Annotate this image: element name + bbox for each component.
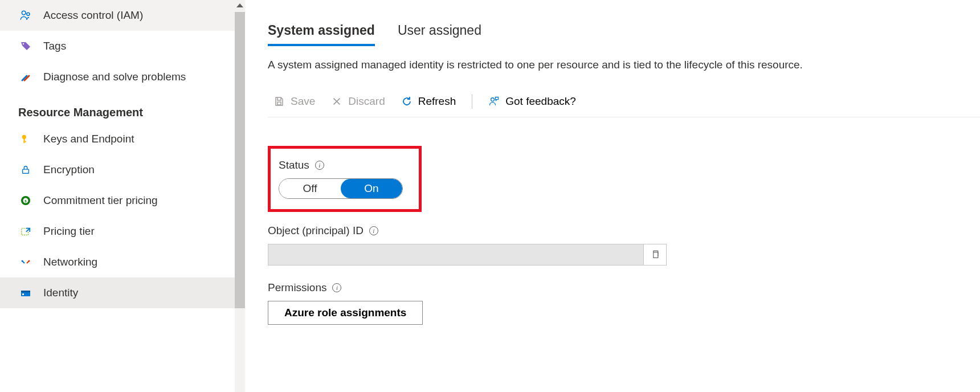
- feedback-icon: [488, 96, 500, 107]
- scroll-thumb[interactable]: [235, 12, 245, 308]
- sidebar-item-label: Encryption: [43, 164, 95, 176]
- identity-description: A system assigned managed identity is re…: [268, 59, 980, 71]
- identity-tabs: System assigned User assigned: [268, 23, 980, 46]
- status-label-row: Status i: [279, 159, 403, 172]
- svg-rect-4: [23, 138, 24, 143]
- feedback-button[interactable]: Got feedback?: [488, 95, 576, 108]
- tab-system-assigned[interactable]: System assigned: [268, 23, 375, 46]
- status-label: Status: [279, 159, 309, 172]
- sidebar-item-label: Tags: [43, 40, 66, 52]
- svg-rect-10: [22, 228, 28, 235]
- sidebar-item-label: Commitment tier pricing: [43, 194, 158, 207]
- sidebar-item-keys-endpoint[interactable]: Keys and Endpoint: [0, 124, 235, 154]
- sidebar-item-label: Networking: [43, 256, 97, 268]
- refresh-icon: [401, 96, 413, 107]
- sidebar-item-label: Diagnose and solve problems: [43, 71, 186, 83]
- section-head-resource-management: Resource Management: [0, 92, 235, 124]
- pricing-tier-icon: [19, 225, 32, 238]
- sidebar-item-label: Pricing tier: [43, 225, 95, 238]
- key-icon: [19, 133, 32, 145]
- discard-label: Discard: [348, 95, 385, 108]
- info-icon[interactable]: i: [315, 161, 324, 170]
- svg-point-11: [22, 260, 23, 262]
- object-id-label-row: Object (principal) ID i: [268, 224, 980, 237]
- save-button[interactable]: Save: [273, 95, 315, 108]
- refresh-button[interactable]: Refresh: [401, 95, 456, 108]
- sidebar-item-access-control[interactable]: Access control (IAM): [0, 0, 235, 31]
- svg-rect-16: [277, 102, 281, 105]
- copy-object-id-button[interactable]: [644, 244, 667, 266]
- diagnose-icon: [19, 71, 32, 83]
- svg-point-3: [22, 135, 26, 139]
- tag-icon: [19, 40, 32, 52]
- status-off-option[interactable]: Off: [279, 179, 341, 198]
- status-toggle[interactable]: Off On: [279, 178, 403, 199]
- refresh-label: Refresh: [418, 95, 456, 108]
- sidebar-item-commitment-tier[interactable]: $ Commitment tier pricing: [0, 185, 235, 216]
- sidebar-item-tags[interactable]: Tags: [0, 31, 235, 62]
- toolbar-separator: [472, 94, 472, 109]
- svg-rect-5: [23, 141, 26, 142]
- svg-rect-15: [22, 293, 24, 295]
- sidebar-item-label: Access control (IAM): [43, 9, 143, 22]
- sidebar-item-identity[interactable]: Identity: [0, 277, 235, 308]
- svg-point-12: [28, 260, 30, 262]
- object-id-row: [268, 244, 980, 266]
- lock-icon: [19, 164, 32, 176]
- object-id-label: Object (principal) ID: [268, 224, 364, 237]
- status-highlight-box: Status i Off On: [268, 146, 422, 212]
- save-icon: [273, 96, 285, 107]
- save-label: Save: [291, 95, 315, 108]
- svg-rect-6: [23, 169, 29, 173]
- sidebar-item-pricing-tier[interactable]: Pricing tier: [0, 216, 235, 247]
- scroll-up-arrow-icon[interactable]: [236, 3, 243, 7]
- sidebar-scrollbar[interactable]: [235, 0, 245, 392]
- people-icon: [19, 9, 32, 22]
- info-icon[interactable]: i: [332, 283, 341, 292]
- info-icon[interactable]: i: [369, 226, 378, 235]
- svg-point-0: [22, 11, 26, 15]
- copy-icon: [651, 250, 660, 260]
- azure-role-assignments-button[interactable]: Azure role assignments: [268, 301, 423, 325]
- sidebar-item-label: Keys and Endpoint: [43, 133, 134, 145]
- discard-icon: [331, 96, 342, 107]
- tab-user-assigned[interactable]: User assigned: [398, 23, 481, 46]
- feedback-label: Got feedback?: [505, 95, 576, 108]
- permissions-label: Permissions: [268, 281, 326, 294]
- permissions-label-row: Permissions i: [268, 281, 980, 294]
- svg-rect-14: [21, 291, 30, 292]
- sidebar-item-diagnose[interactable]: Diagnose and solve problems: [0, 62, 235, 92]
- svg-rect-18: [653, 252, 658, 258]
- sidebar-item-label: Identity: [43, 287, 78, 299]
- object-id-input[interactable]: [268, 244, 644, 266]
- sidebar-item-encryption[interactable]: Encryption: [0, 154, 235, 185]
- svg-point-2: [23, 43, 24, 45]
- commitment-icon: $: [19, 194, 32, 207]
- identity-toolbar: Save Discard Refresh: [268, 94, 980, 117]
- svg-point-17: [491, 98, 495, 101]
- status-on-option[interactable]: On: [341, 179, 402, 198]
- network-icon: [19, 256, 32, 268]
- sidebar-item-networking[interactable]: Networking: [0, 247, 235, 277]
- identity-icon: [19, 287, 32, 299]
- svg-point-1: [27, 13, 30, 15]
- sidebar-nav: Access control (IAM) Tags Diagnose and s…: [0, 0, 245, 392]
- discard-button[interactable]: Discard: [331, 95, 385, 108]
- main-panel: System assigned User assigned A system a…: [245, 0, 980, 392]
